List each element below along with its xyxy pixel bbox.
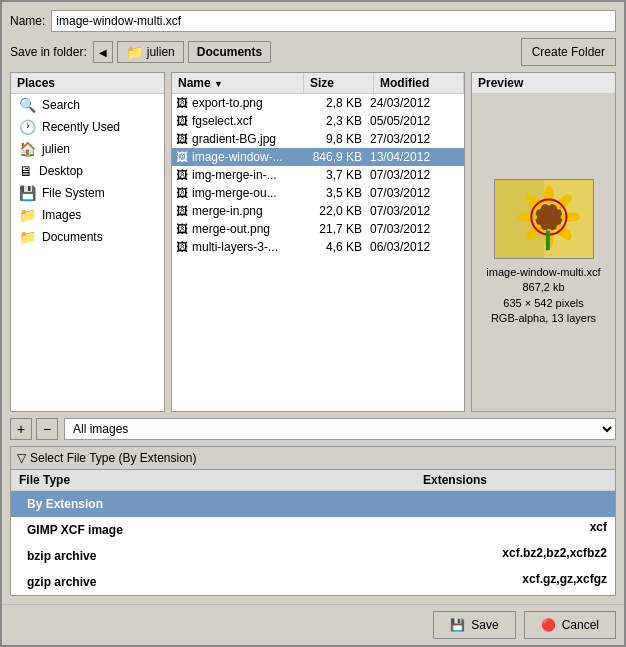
file-name: merge-out.png	[192, 222, 270, 236]
file-icon: 🖼	[176, 204, 188, 218]
places-item-filesystem[interactable]: 💾 File System	[11, 182, 164, 204]
files-list: 🖼 export-to.png 2,8 KB 24/03/2012 🖼 fgse…	[172, 94, 464, 411]
home-icon: 🏠	[19, 141, 36, 157]
file-type-table-header: File Type Extensions	[11, 470, 615, 491]
cancel-icon: 🔴	[541, 618, 556, 632]
places-item-desktop[interactable]: 🖥 Desktop	[11, 160, 164, 182]
svg-point-3	[544, 186, 554, 206]
current-folder-name: Documents	[197, 45, 262, 59]
places-item-julien[interactable]: 🏠 julien	[11, 138, 164, 160]
file-row[interactable]: 🖼 multi-layers-3-... 4,6 KB 06/03/2012	[172, 238, 464, 256]
file-size: 4,6 KB	[300, 240, 370, 254]
file-type-toggle-label: Select File Type (By Extension)	[30, 451, 197, 465]
file-name: image-window-...	[192, 150, 283, 164]
file-icon: 🖼	[176, 186, 188, 200]
file-type-toggle[interactable]: ▽ Select File Type (By Extension)	[11, 447, 615, 470]
current-folder-button[interactable]: Documents	[188, 41, 271, 63]
desktop-icon: 🖥	[19, 163, 33, 179]
file-date: 07/03/2012	[370, 222, 460, 236]
places-item-search[interactable]: 🔍 Search	[11, 94, 164, 116]
cancel-button[interactable]: 🔴 Cancel	[524, 611, 616, 639]
parent-folder-name: julien	[147, 45, 175, 59]
file-row[interactable]: 🖼 merge-in.png 22,0 KB 07/03/2012	[172, 202, 464, 220]
places-item-filesystem-label: File System	[42, 186, 105, 200]
add-place-button[interactable]: +	[10, 418, 32, 440]
file-date: 13/04/2012	[370, 150, 460, 164]
save-button[interactable]: 💾 Save	[433, 611, 515, 639]
places-header: Places	[11, 73, 164, 94]
filesystem-icon: 💾	[19, 185, 36, 201]
file-type-name: GIMP XCF image	[19, 520, 407, 540]
folder-bar: ◀ 📁 julien Documents	[93, 41, 515, 63]
preview-filesize: 867,2 kb	[486, 280, 600, 295]
remove-place-button[interactable]: −	[36, 418, 58, 440]
file-name: merge-in.png	[192, 204, 263, 218]
file-size: 846,9 KB	[300, 150, 370, 164]
file-type-row[interactable]: GIMP XCF image xcf	[11, 517, 615, 543]
file-name: export-to.png	[192, 96, 263, 110]
name-input[interactable]	[51, 10, 616, 32]
file-date: 05/05/2012	[370, 114, 460, 128]
places-item-recently-used[interactable]: 🕐 Recently Used	[11, 116, 164, 138]
file-row[interactable]: 🖼 export-to.png 2,8 KB 24/03/2012	[172, 94, 464, 112]
file-type-ext: xcf.bz2,bz2,xcfbz2	[407, 546, 607, 566]
file-date: 06/03/2012	[370, 240, 460, 254]
file-date: 27/03/2012	[370, 132, 460, 146]
preview-info: image-window-multi.xcf 867,2 kb 635 × 54…	[486, 265, 600, 327]
parent-folder-button[interactable]: 📁 julien	[117, 41, 184, 63]
svg-rect-12	[545, 230, 549, 250]
file-size: 2,8 KB	[300, 96, 370, 110]
file-row[interactable]: 🖼 merge-out.png 21,7 KB 07/03/2012	[172, 220, 464, 238]
file-size: 3,7 KB	[300, 168, 370, 182]
file-type-name: bzip archive	[19, 546, 407, 566]
preview-filename: image-window-multi.xcf	[486, 265, 600, 280]
places-item-images[interactable]: 📁 Images	[11, 204, 164, 226]
sort-arrow: ▼	[214, 79, 223, 89]
file-date: 07/03/2012	[370, 186, 460, 200]
file-row[interactable]: 🖼 gradient-BG.jpg 9,8 KB 27/03/2012	[172, 130, 464, 148]
file-type-row-selected[interactable]: By Extension	[11, 491, 615, 517]
name-label: Name:	[10, 14, 45, 28]
folder-row: Save in folder: ◀ 📁 julien Documents Cre…	[10, 38, 616, 66]
preview-image-area: image-window-multi.xcf 867,2 kb 635 × 54…	[478, 94, 608, 411]
file-type-row[interactable]: bzip archive xcf.bz2,bz2,xcfbz2	[11, 543, 615, 569]
file-type-row[interactable]: gzip archive xcf.gz,gz,xcfgz	[11, 569, 615, 595]
file-name: img-merge-in-...	[192, 168, 277, 182]
save-dialog: Name: Save in folder: ◀ 📁 julien Documen…	[0, 0, 626, 647]
file-ext-col-header: Extensions	[415, 470, 615, 490]
file-filter-select[interactable]: All images By Extension PNG image JPEG i…	[64, 418, 616, 440]
places-item-recently-used-label: Recently Used	[42, 120, 120, 134]
file-icon: 🖼	[176, 132, 188, 146]
file-icon: 🖼	[176, 96, 188, 110]
images-icon: 📁	[19, 207, 36, 223]
modified-column-header[interactable]: Modified	[374, 73, 464, 93]
name-column-header[interactable]: Name ▼	[172, 73, 304, 93]
places-item-julien-label: julien	[42, 142, 70, 156]
file-icon: 🖼	[176, 240, 188, 254]
file-row[interactable]: 🖼 fgselect.xcf 2,3 KB 05/05/2012	[172, 112, 464, 130]
add-remove-buttons: + −	[10, 418, 58, 440]
file-name: img-merge-ou...	[192, 186, 277, 200]
size-column-header[interactable]: Size	[304, 73, 374, 93]
file-name: fgselect.xcf	[192, 114, 252, 128]
file-type-name: gzip archive	[19, 572, 407, 592]
name-row: Name:	[10, 10, 616, 32]
back-button[interactable]: ◀	[93, 41, 113, 63]
file-date: 07/03/2012	[370, 204, 460, 218]
files-header: Name ▼ Size Modified	[172, 73, 464, 94]
files-panel: Name ▼ Size Modified 🖼 export-to.png 2,8…	[171, 72, 465, 412]
dialog-buttons: 💾 Save 🔴 Cancel	[2, 604, 624, 645]
file-icon: 🖼	[176, 150, 188, 164]
preview-panel: Preview	[471, 72, 616, 412]
bottom-controls: + − All images By Extension PNG image JP…	[10, 418, 616, 440]
file-type-ext: xcf	[407, 520, 607, 540]
file-row[interactable]: 🖼 img-merge-in-... 3,7 KB 07/03/2012	[172, 166, 464, 184]
create-folder-button[interactable]: Create Folder	[521, 38, 616, 66]
file-row[interactable]: 🖼 img-merge-ou... 3,5 KB 07/03/2012	[172, 184, 464, 202]
save-in-label: Save in folder:	[10, 45, 87, 59]
preview-thumbnail	[494, 179, 594, 259]
file-icon: 🖼	[176, 114, 188, 128]
file-icon: 🖼	[176, 222, 188, 236]
file-row-selected[interactable]: 🖼 image-window-... 846,9 KB 13/04/2012	[172, 148, 464, 166]
places-item-documents[interactable]: 📁 Documents	[11, 226, 164, 248]
